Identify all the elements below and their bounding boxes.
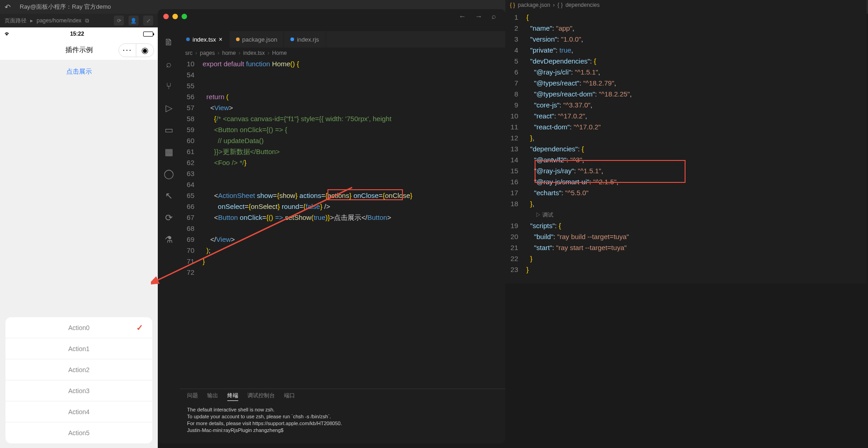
route-bar: 页面路径 ▸ pages/home/index ⧉ ⟳ 👤 ⤢ [0,14,158,27]
tab-terminal[interactable]: 终端 [227,392,238,401]
sim-header: 插件示例 ··· ◉ [0,40,158,60]
copy-icon[interactable]: ⧉ [85,17,89,24]
tab-output[interactable]: 输出 [207,392,218,401]
close-icon[interactable] [163,14,169,19]
tab-index-rjs[interactable]: index.rjs [284,31,326,48]
rjs-icon [290,37,294,41]
activity-bar: 🗎 ⌕ ⑂ ▷ ▭ ▦ ◯ ↖ ⟳ ⚗ [158,31,180,305]
close-icon[interactable]: × [219,36,222,43]
traffic-lights[interactable] [163,14,187,19]
explorer-icon[interactable]: 🗎 [163,37,174,48]
action-item[interactable]: Action5 [5,422,152,443]
search-icon[interactable]: ⌕ [163,59,174,69]
target-icon[interactable]: ◉ [136,44,154,57]
editor-tabs: index.tsx× package.json index.rjs [180,31,505,48]
action-item[interactable]: Action0✓ [5,317,152,338]
sim-time: 15:22 [70,31,84,37]
tab-problems[interactable]: 问题 [187,392,198,401]
source-control-icon[interactable]: ⑂ [163,80,174,91]
chevron-icon: ▸ [30,17,33,24]
highlight-dependencies [535,160,686,183]
user-icon[interactable]: 👤 [129,16,139,26]
tab-debug-console[interactable]: 调试控制台 [247,392,275,401]
back-icon[interactable]: ↶ [5,3,11,11]
code-editor[interactable]: 10export default function Home() {545556… [180,59,505,389]
minimize-icon[interactable] [172,14,178,19]
action-item[interactable]: Action3 [5,380,152,401]
capsule-buttons[interactable]: ··· ◉ [118,43,154,57]
wifi-icon: ᯤ [5,30,11,37]
debug-icon[interactable]: ▷ [163,102,174,113]
maximize-icon[interactable] [182,14,187,19]
tab-ports[interactable]: 端口 [284,392,295,401]
breadcrumb: src› pages› home› index.tsx› Home [180,48,505,59]
nav-back-icon[interactable]: ← [459,12,466,21]
github-icon[interactable]: ◯ [163,168,174,179]
sync-icon[interactable]: ⟳ [163,212,174,223]
check-icon: ✓ [136,323,143,333]
route-label: 页面路径 [5,17,27,25]
battery-icon [143,32,153,37]
terminal-panel: 问题 输出 终端 调试控制台 端口 The default interactiv… [180,389,505,443]
extensions-icon[interactable]: ▦ [163,146,174,157]
action-item[interactable]: Action4 [5,401,152,422]
remote-icon[interactable]: ▭ [163,124,174,135]
sim-header-title: 插件示例 [65,46,93,54]
more-icon[interactable]: ··· [119,44,136,57]
terminal-body[interactable]: The default interactive shell is now zsh… [180,404,505,437]
sim-link-button[interactable]: 点击展示 [0,60,158,83]
right-breadcrumb: { } package.json› { } dependencies [505,0,867,10]
json-icon: { } [510,2,515,8]
action-item[interactable]: Action1 [5,338,152,359]
nav-fwd-icon[interactable]: → [475,12,482,21]
secondary-editor: { } package.json› { } dependencies 1{2 "… [505,0,867,283]
search-icon[interactable]: ⌕ [492,12,496,21]
right-code-editor[interactable]: 1{2 "name": "app",3 "version": "1.0.0",4… [505,10,867,275]
braces-icon: { } [557,2,563,8]
expand-icon[interactable]: ⤢ [143,16,153,26]
vscode-topbar: ← → ⌕ [158,9,505,24]
refresh-icon[interactable]: ⟳ [114,16,124,26]
route-path: pages/home/index [37,17,81,24]
action-item[interactable]: Action2 [5,359,152,380]
vscode-window: ← → ⌕ 🗎 ⌕ ⑂ ▷ ▭ ▦ ◯ ↖ ⟳ ⚗ index.tsx× pac… [158,9,505,443]
tab-index-tsx[interactable]: index.tsx× [180,31,230,48]
ts-icon [186,37,190,41]
tab-package-json[interactable]: package.json [230,31,284,48]
pointer-icon[interactable]: ↖ [163,190,174,201]
action-sheet: Action0✓ Action1 Action2 Action3 Action4… [5,317,152,443]
terminal-tabs: 问题 输出 终端 调试控制台 端口 [180,389,505,404]
simulator-preview: ᯤ 15:22 插件示例 ··· ◉ 点击展示 Action0✓ Action1… [0,27,158,448]
json-icon [236,37,240,41]
flask-icon[interactable]: ⚗ [163,234,174,245]
sim-statusbar: ᯤ 15:22 [0,27,158,40]
